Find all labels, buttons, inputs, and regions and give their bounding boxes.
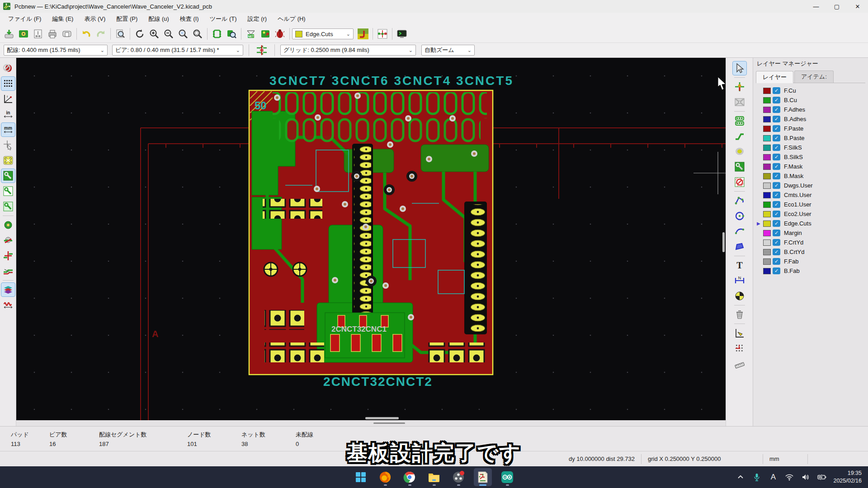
zoom-fit-icon[interactable] bbox=[176, 27, 190, 41]
layer-row-F.Mask[interactable]: ▶✓F.Mask bbox=[753, 162, 868, 171]
units-inch-icon[interactable]: in bbox=[1, 108, 15, 121]
microphone-icon[interactable] bbox=[752, 472, 762, 482]
add-target-icon[interactable] bbox=[733, 289, 746, 303]
layer-visibility-checkbox[interactable]: ✓ bbox=[773, 230, 780, 236]
delete-icon[interactable] bbox=[733, 308, 746, 321]
layer-row-Margin[interactable]: ▶✓Margin bbox=[753, 228, 868, 238]
layer-color-swatch[interactable] bbox=[763, 211, 771, 217]
layer-visibility-checkbox[interactable]: ✓ bbox=[773, 192, 780, 198]
netlist-icon[interactable]: NET bbox=[244, 27, 258, 41]
zones-show-icon[interactable] bbox=[1, 169, 15, 183]
grid-selector[interactable]: グリッド: 0.2500 mm (9.84 mils) ⌄ bbox=[280, 45, 416, 56]
add-footprint-icon[interactable] bbox=[733, 114, 746, 127]
layer-row-B.Adhes[interactable]: ▶✓B.Adhes bbox=[753, 114, 868, 124]
layer-row-Dwgs.User[interactable]: ▶✓Dwgs.User bbox=[753, 181, 868, 190]
menu-item-1[interactable]: 編集 (E) bbox=[47, 13, 79, 25]
layer-visibility-checkbox[interactable]: ✓ bbox=[773, 173, 780, 179]
grid-visibility-icon[interactable] bbox=[1, 77, 15, 90]
layer-color-swatch[interactable] bbox=[763, 202, 771, 208]
tab-items[interactable]: アイテム: bbox=[794, 70, 834, 83]
microwave-tools-icon[interactable] bbox=[1, 298, 15, 312]
layer-visibility-checkbox[interactable]: ✓ bbox=[773, 249, 780, 255]
zones-fracture-icon[interactable] bbox=[1, 200, 15, 213]
drc-off-icon[interactable] bbox=[1, 61, 15, 75]
layer-color-swatch[interactable] bbox=[763, 268, 771, 274]
ratsnest-icon[interactable] bbox=[1, 154, 15, 167]
v-scrollbar-thumb[interactable] bbox=[722, 232, 725, 252]
layer-color-swatch[interactable] bbox=[763, 221, 771, 227]
plot-icon[interactable] bbox=[60, 27, 74, 41]
menu-item-4[interactable]: 配線 (u) bbox=[143, 13, 175, 25]
layer-visibility-checkbox[interactable]: ✓ bbox=[773, 182, 780, 189]
arduino-ide-icon[interactable] bbox=[498, 468, 516, 486]
kicad-pcbnew-icon[interactable] bbox=[474, 468, 492, 486]
wifi-icon[interactable] bbox=[784, 472, 794, 482]
clock[interactable]: 19:35 2025/02/16 bbox=[833, 469, 862, 485]
print-icon[interactable] bbox=[45, 27, 60, 41]
file-explorer-icon[interactable] bbox=[425, 468, 443, 486]
layer-color-swatch[interactable] bbox=[763, 230, 771, 236]
start-button[interactable] bbox=[352, 468, 370, 486]
refresh-icon[interactable] bbox=[132, 27, 147, 41]
via-sketch-icon[interactable] bbox=[1, 234, 15, 247]
scripting-console-icon[interactable] bbox=[395, 27, 409, 41]
layer-color-swatch[interactable] bbox=[763, 249, 771, 255]
highlight-net-icon[interactable] bbox=[733, 95, 746, 109]
add-polygon-icon[interactable] bbox=[733, 240, 746, 253]
add-dimension-icon[interactable]: N bbox=[733, 274, 746, 287]
layer-color-swatch[interactable] bbox=[763, 192, 771, 198]
cursor-shape-icon[interactable] bbox=[1, 138, 15, 152]
find-icon[interactable] bbox=[113, 27, 127, 41]
layer-color-swatch[interactable] bbox=[763, 126, 771, 132]
layer-row-F.Fab[interactable]: ▶✓F.Fab bbox=[753, 257, 868, 266]
polar-coords-icon[interactable]: r bbox=[1, 92, 15, 106]
measure-icon[interactable] bbox=[733, 357, 746, 371]
tab-layers[interactable]: レイヤー bbox=[756, 71, 793, 83]
zoom-selector[interactable]: 自動ズーム ⌄ bbox=[421, 45, 475, 56]
route-tracks-icon[interactable] bbox=[733, 129, 746, 143]
via-size-selector[interactable]: ビア: 0.80 / 0.40 mm (31.5 / 15.7 mils) * … bbox=[112, 45, 243, 56]
units-mm-icon[interactable]: mm bbox=[1, 123, 15, 136]
layer-row-Eco2.User[interactable]: ▶✓Eco2.User bbox=[753, 209, 868, 219]
layer-selector[interactable]: Edge.Cuts ⌄ bbox=[292, 28, 354, 39]
ime-indicator[interactable]: A bbox=[768, 472, 778, 482]
select-tool-icon[interactable] bbox=[733, 61, 746, 75]
menu-item-3[interactable]: 配置 (P) bbox=[111, 13, 143, 25]
zoom-in-icon[interactable] bbox=[147, 27, 161, 41]
layer-row-F.Cu[interactable]: ▶✓F.Cu bbox=[753, 86, 868, 95]
layer-visibility-checkbox[interactable]: ✓ bbox=[773, 258, 780, 265]
zones-outline-icon[interactable] bbox=[1, 184, 15, 198]
update-pcb-icon[interactable] bbox=[258, 27, 273, 41]
layer-color-swatch[interactable] bbox=[763, 154, 771, 160]
h-scrollbar-thumb[interactable] bbox=[365, 417, 399, 419]
layer-pair-icon[interactable] bbox=[356, 27, 370, 41]
layer-color-swatch[interactable] bbox=[763, 173, 771, 179]
layer-row-B.SilkS[interactable]: ▶✓B.SilkS bbox=[753, 152, 868, 162]
interactive-router-icon[interactable] bbox=[375, 27, 390, 41]
page-settings-icon[interactable] bbox=[31, 27, 45, 41]
differential-pair-icon[interactable] bbox=[255, 43, 269, 57]
zoom-out-icon[interactable] bbox=[161, 27, 176, 41]
volume-icon[interactable] bbox=[801, 472, 811, 482]
layer-visibility-checkbox[interactable]: ✓ bbox=[773, 220, 780, 227]
grid-origin-icon[interactable] bbox=[733, 342, 746, 355]
layer-row-F.SilkS[interactable]: ▶✓F.SilkS bbox=[753, 143, 868, 152]
pcb-canvas[interactable]: A 3CNCT7 3CNCT6 3CNCT4 3CNCT5 bbox=[16, 58, 726, 420]
layer-visibility-checkbox[interactable]: ✓ bbox=[773, 267, 780, 274]
track-sketch-icon[interactable] bbox=[1, 249, 15, 263]
layer-visibility-checkbox[interactable]: ✓ bbox=[773, 163, 780, 170]
high-contrast-icon[interactable] bbox=[1, 264, 15, 278]
layer-row-Cmts.User[interactable]: ▶✓Cmts.User bbox=[753, 190, 868, 200]
obs-icon[interactable] bbox=[449, 468, 467, 486]
track-width-selector[interactable]: 配線: 0.400 mm (15.75 mils) ⌄ bbox=[4, 45, 108, 56]
add-arc-icon[interactable] bbox=[733, 225, 746, 238]
layer-row-B.CrtYd[interactable]: ▶✓B.CrtYd bbox=[753, 247, 868, 257]
layer-visibility-checkbox[interactable]: ✓ bbox=[773, 135, 780, 141]
layer-visibility-checkbox[interactable]: ✓ bbox=[773, 211, 780, 217]
layer-color-swatch[interactable] bbox=[763, 97, 771, 103]
layer-color-swatch[interactable] bbox=[763, 88, 771, 94]
add-keepout-icon[interactable] bbox=[733, 175, 746, 189]
layer-row-B.Cu[interactable]: ▶✓B.Cu bbox=[753, 95, 868, 105]
layer-color-swatch[interactable] bbox=[763, 183, 771, 189]
redo-icon[interactable] bbox=[94, 27, 108, 41]
